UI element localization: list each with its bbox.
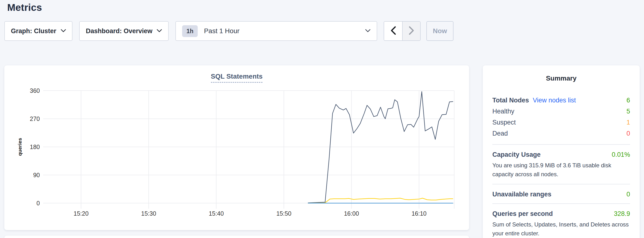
suspect-label: Suspect — [492, 119, 516, 126]
svg-text:15:50: 15:50 — [276, 210, 292, 217]
svg-text:360: 360 — [30, 87, 40, 94]
unavailable-ranges-label: Unavailable ranges — [492, 191, 552, 198]
dead-label: Dead — [492, 130, 508, 137]
healthy-value: 5 — [626, 108, 630, 115]
queries-per-second-description: Sum of Selects, Updates, Inserts, and De… — [492, 220, 630, 238]
divider — [492, 203, 630, 204]
page-title: Metrics — [7, 2, 42, 13]
divider — [492, 184, 630, 184]
total-nodes-row: Total Nodes View nodes list 6 — [492, 95, 630, 106]
total-nodes-label: Total Nodes — [492, 97, 529, 104]
graph-dropdown-label: Graph: Cluster — [11, 27, 56, 35]
time-range-badge: 1h — [182, 25, 198, 37]
svg-text:16:00: 16:00 — [344, 210, 359, 217]
divider — [492, 144, 630, 145]
unavailable-ranges-section: Unavailable ranges 0 — [492, 191, 630, 198]
svg-text:16:10: 16:10 — [412, 210, 426, 217]
healthy-label: Healthy — [492, 108, 514, 115]
summary-panel: Summary Total Nodes View nodes list 6 He… — [483, 65, 640, 238]
svg-text:0: 0 — [36, 200, 40, 206]
svg-text:15:40: 15:40 — [209, 210, 224, 217]
dashboard-dropdown[interactable]: Dashboard: Overview — [79, 21, 169, 41]
chevron-right-icon — [408, 26, 414, 36]
dashboard-dropdown-label: Dashboard: Overview — [86, 27, 152, 35]
capacity-usage-label: Capacity Usage — [492, 151, 540, 158]
time-forward-button[interactable] — [402, 22, 420, 40]
total-nodes-value: 6 — [626, 97, 630, 104]
queries-per-second-value: 328.9 — [614, 210, 630, 217]
time-window-pager — [384, 21, 420, 41]
suspect-nodes-row: Suspect 1 — [492, 117, 630, 128]
now-button[interactable]: Now — [426, 21, 454, 41]
svg-text:15:20: 15:20 — [74, 210, 88, 217]
toolbar: Graph: Cluster Dashboard: Overview 1h Pa… — [0, 21, 644, 41]
suspect-value: 1 — [626, 119, 630, 126]
capacity-usage-value: 0.01% — [612, 151, 630, 158]
queries-per-second-section: Queries per second 328.9 Sum of Selects,… — [492, 210, 630, 238]
dead-value: 0 — [626, 130, 630, 137]
metrics-page: Metrics Graph: Cluster Dashboard: Overvi… — [0, 0, 644, 238]
svg-text:queries: queries — [17, 138, 22, 156]
summary-title: Summary — [492, 74, 630, 82]
sql-statements-chart[interactable]: 09018027036015:2015:3015:4015:5016:0016:… — [4, 65, 469, 230]
yellow-series — [308, 198, 453, 203]
capacity-usage-section: Capacity Usage 0.01% You are using 315.9… — [492, 151, 630, 179]
chevron-left-icon — [390, 26, 396, 36]
chevron-down-icon — [365, 29, 370, 33]
svg-text:180: 180 — [30, 144, 40, 150]
svg-text:90: 90 — [33, 172, 40, 178]
capacity-usage-description: You are using 315.9 MiB of 3.6 TiB usabl… — [492, 161, 630, 179]
graph-dropdown[interactable]: Graph: Cluster — [4, 21, 72, 41]
dead-nodes-row: Dead 0 — [492, 128, 630, 139]
sql-statements-card: SQL Statements 09018027036015:2015:3015:… — [4, 65, 469, 230]
time-range-selector[interactable]: 1h Past 1 Hour — [176, 21, 377, 41]
node-status-rows: Total Nodes View nodes list 6 Healthy 5 … — [492, 95, 630, 139]
svg-text:270: 270 — [30, 115, 40, 122]
queries-per-second-label: Queries per second — [492, 210, 553, 217]
time-range-label: Past 1 Hour — [204, 27, 240, 35]
svg-text:15:30: 15:30 — [141, 210, 156, 217]
healthy-nodes-row: Healthy 5 — [492, 106, 630, 117]
time-backward-button[interactable] — [384, 22, 402, 40]
view-nodes-link[interactable]: View nodes list — [533, 97, 576, 104]
dark-blue-series — [308, 92, 453, 203]
unavailable-ranges-value: 0 — [626, 191, 630, 198]
chevron-down-icon — [61, 29, 66, 33]
chevron-down-icon — [157, 29, 162, 33]
next-chart-card — [4, 235, 469, 238]
